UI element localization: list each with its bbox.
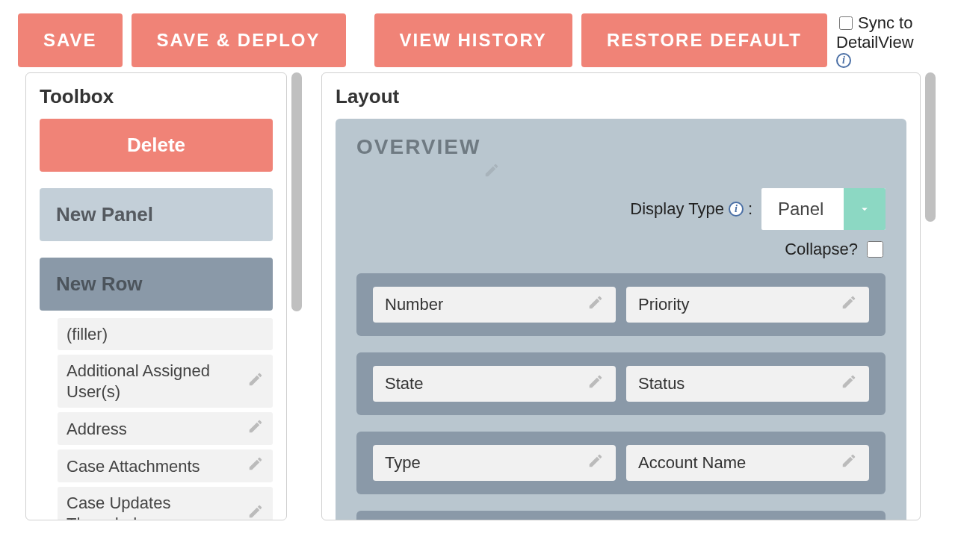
slot-label: Type (385, 453, 421, 473)
pencil-icon[interactable] (841, 373, 857, 394)
pencil-icon[interactable] (247, 455, 264, 476)
field-label: Address (67, 419, 241, 440)
toolbar-left-group: SAVE SAVE & DEPLOY (18, 13, 346, 67)
info-icon[interactable]: i (729, 202, 744, 217)
save-deploy-button[interactable]: SAVE & DEPLOY (132, 13, 346, 67)
toolbox-field[interactable]: Additional Assigned User(s) (58, 355, 273, 408)
field-label: Additional Assigned User(s) (67, 361, 241, 402)
toolbox-field[interactable]: Case Attachments (58, 449, 273, 482)
toolbox-scrollbar-thumb[interactable] (291, 72, 302, 311)
pencil-icon[interactable] (841, 452, 857, 473)
pencil-icon[interactable] (247, 418, 264, 439)
chevron-down-icon (844, 188, 886, 230)
pencil-icon[interactable] (247, 371, 264, 392)
layout-panel-outer: Layout OVERVIEW Display Type i : Panel (321, 72, 936, 520)
toolbar-right-group: VIEW HISTORY RESTORE DEFAULT (374, 13, 828, 67)
display-type-row: Display Type i : Panel (356, 188, 886, 230)
pencil-icon[interactable] (587, 452, 604, 473)
layout-field-slot[interactable]: Number (373, 287, 616, 323)
pencil-icon[interactable] (483, 162, 886, 182)
toolbox-panel: Toolbox Delete New Panel New Row (filler… (25, 72, 287, 520)
layout-row: SubjectSuggestions (356, 511, 886, 520)
field-label: (filler) (67, 324, 264, 345)
collapse-checkbox[interactable] (867, 241, 883, 258)
pencil-icon[interactable] (587, 373, 604, 394)
pencil-icon[interactable] (247, 503, 264, 520)
layout-row: NumberPriority (356, 273, 886, 336)
view-history-button[interactable]: VIEW HISTORY (374, 13, 572, 67)
layout-canvas: OVERVIEW Display Type i : Panel (336, 119, 906, 520)
layout-field-slot[interactable]: Priority (626, 287, 869, 323)
slot-label: Number (385, 295, 443, 314)
sync-label-line2: DetailView (836, 33, 914, 52)
toolbox-scrollbar[interactable] (291, 72, 302, 520)
new-panel-item[interactable]: New Panel (40, 188, 273, 241)
sync-to-detailview: Sync to DetailView i (836, 13, 914, 68)
layout-field-slot[interactable]: Type (373, 445, 616, 481)
toolbox-field-list: (filler)Additional Assigned User(s)Addre… (40, 318, 273, 520)
toolbox-panel-outer: Toolbox Delete New Panel New Row (filler… (25, 72, 302, 520)
colon: : (748, 199, 753, 219)
info-icon[interactable]: i (836, 53, 851, 68)
new-row-item[interactable]: New Row (40, 258, 273, 311)
layout-row: StateStatus (356, 352, 886, 415)
layout-field-slot[interactable]: State (373, 366, 616, 402)
collapse-label: Collapse? (785, 240, 858, 259)
pencil-icon[interactable] (587, 294, 604, 315)
field-label: Case Updates Threaded (67, 493, 241, 520)
sync-label-line1: Sync to (858, 13, 912, 33)
section-title: OVERVIEW (356, 135, 886, 159)
layout-scrollbar-thumb[interactable] (925, 72, 936, 222)
slot-label: Status (638, 374, 684, 393)
layout-field-slot[interactable]: Account Name (626, 445, 869, 481)
layout-scrollbar[interactable] (925, 72, 936, 520)
slot-label: Account Name (638, 453, 746, 473)
collapse-row: Collapse? (356, 239, 886, 260)
toolbox-field[interactable]: (filler) (58, 318, 273, 351)
layout-title: Layout (336, 85, 906, 108)
delete-dropzone[interactable]: Delete (40, 119, 273, 172)
layout-panel: Layout OVERVIEW Display Type i : Panel (321, 72, 921, 520)
display-type-label-text: Display Type (630, 199, 724, 219)
restore-default-button[interactable]: RESTORE DEFAULT (581, 13, 827, 67)
layout-field-slot[interactable]: Status (626, 366, 869, 402)
main-area: Toolbox Delete New Panel New Row (filler… (0, 72, 958, 520)
field-label: Case Attachments (67, 456, 241, 477)
toolbar: SAVE SAVE & DEPLOY VIEW HISTORY RESTORE … (0, 0, 958, 72)
save-button[interactable]: SAVE (18, 13, 123, 67)
toolbox-field[interactable]: Address (58, 412, 273, 445)
sync-checkbox[interactable] (839, 16, 853, 30)
layout-row: TypeAccount Name (356, 432, 886, 494)
display-type-select[interactable]: Panel (761, 188, 886, 230)
slot-label: Priority (638, 295, 689, 314)
layout-rows: NumberPriorityStateStatusTypeAccount Nam… (356, 273, 886, 520)
pencil-icon[interactable] (841, 294, 857, 315)
toolbox-title: Toolbox (40, 85, 273, 108)
display-type-value: Panel (761, 188, 844, 230)
display-type-label: Display Type i : (630, 199, 753, 219)
slot-label: State (385, 374, 423, 393)
toolbox-field[interactable]: Case Updates Threaded (58, 487, 273, 520)
